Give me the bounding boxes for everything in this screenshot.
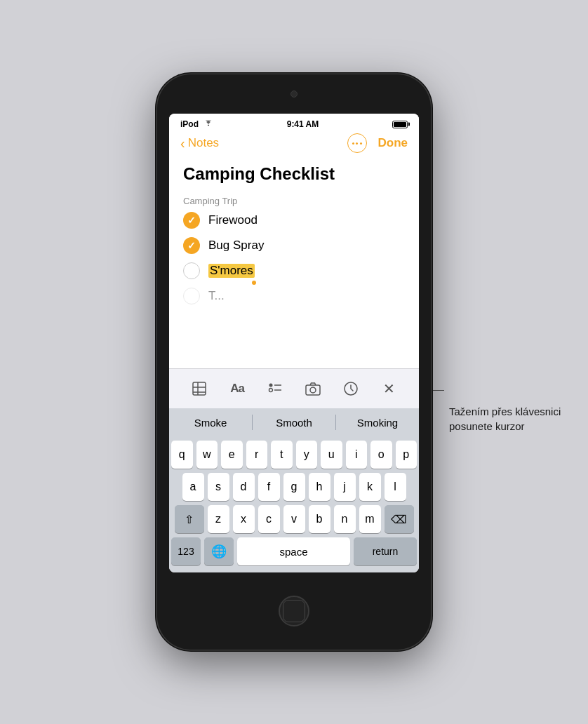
markup-button[interactable]	[338, 376, 363, 401]
checkbox-1[interactable]: ✓	[183, 212, 200, 229]
dot-1	[352, 142, 354, 145]
checklist-text-3[interactable]: S'mores	[208, 264, 255, 278]
key-g[interactable]: g	[283, 473, 305, 501]
checkbox-2[interactable]: ✓	[183, 237, 200, 254]
home-button-area	[279, 572, 309, 650]
checklist-item-4: T...	[183, 288, 405, 304]
chevron-left-icon: ‹	[180, 136, 185, 150]
svg-rect-8	[306, 385, 320, 395]
done-button[interactable]: Done	[378, 136, 408, 150]
key-r[interactable]: r	[246, 441, 268, 469]
wifi-icon	[203, 119, 213, 129]
key-numbers[interactable]: 123	[171, 537, 201, 565]
device-top-bar	[157, 74, 431, 114]
key-k[interactable]: k	[359, 473, 381, 501]
battery-fill	[394, 122, 406, 127]
more-dots	[352, 142, 362, 145]
key-j[interactable]: j	[334, 473, 356, 501]
status-bar: iPod 9:41 AM	[169, 114, 419, 132]
formatting-toolbar: Aa	[169, 368, 419, 408]
key-row-2: a s d f g h j k l	[171, 473, 417, 501]
key-t[interactable]: t	[271, 441, 293, 469]
key-shift[interactable]: ⇧	[175, 505, 204, 533]
key-delete[interactable]: ⌫	[385, 505, 414, 533]
key-e[interactable]: e	[221, 441, 243, 469]
key-emoji[interactable]: 🌐	[204, 537, 234, 565]
key-u[interactable]: u	[321, 441, 342, 469]
checklist-text-1[interactable]: Firewood	[208, 213, 258, 227]
device-name: iPod	[180, 119, 199, 129]
back-label: Notes	[188, 136, 219, 150]
ipod-device: iPod 9:41 AM	[157, 74, 431, 650]
key-f[interactable]: f	[258, 473, 280, 501]
key-row-3: ⇧ z x c v b n m ⌫	[171, 505, 417, 533]
checklist-item-2: ✓ Bug Spray	[183, 237, 405, 254]
key-row-4: 123 🌐 space return	[171, 537, 417, 565]
key-h[interactable]: h	[309, 473, 330, 501]
keyboard[interactable]: q w e r t y u i o p a s d f g	[169, 436, 419, 572]
home-button[interactable]	[279, 596, 309, 626]
checklist-item-3: S'mores	[183, 262, 405, 279]
key-c[interactable]: c	[258, 505, 280, 533]
autocorrect-2[interactable]: Smooth	[253, 417, 335, 429]
key-space[interactable]: space	[237, 537, 350, 565]
status-left: iPod	[180, 119, 213, 129]
key-i[interactable]: i	[346, 441, 368, 469]
key-b[interactable]: b	[309, 505, 330, 533]
svg-point-9	[310, 387, 316, 393]
key-d[interactable]: d	[233, 473, 255, 501]
camera-button[interactable]	[300, 376, 326, 401]
key-l[interactable]: l	[385, 473, 406, 501]
status-right	[392, 121, 408, 128]
nav-bar: ‹ Notes Done	[169, 132, 419, 159]
front-camera	[290, 90, 298, 98]
table-button[interactable]	[187, 376, 212, 401]
nav-actions: Done	[347, 133, 408, 153]
key-w[interactable]: w	[196, 441, 218, 469]
note-content: Camping Checklist Camping Trip ✓ Firewoo…	[169, 159, 419, 368]
format-button[interactable]: Aa	[225, 376, 250, 401]
dot-2	[356, 142, 358, 145]
key-row-1: q w e r t y u i o p	[171, 441, 417, 469]
back-button[interactable]: ‹ Notes	[180, 136, 219, 150]
checklist-text-2[interactable]: Bug Spray	[208, 239, 264, 253]
key-s[interactable]: s	[208, 473, 229, 501]
checklist-text-4[interactable]: T...	[208, 289, 225, 303]
key-m[interactable]: m	[359, 505, 381, 533]
screen: iPod 9:41 AM	[169, 114, 419, 572]
checkbox-3[interactable]	[183, 262, 200, 279]
key-return[interactable]: return	[354, 537, 417, 565]
key-y[interactable]: y	[296, 441, 318, 469]
key-p[interactable]: p	[396, 441, 417, 469]
key-v[interactable]: v	[283, 505, 305, 533]
status-time: 9:41 AM	[287, 119, 319, 129]
checkbox-4[interactable]	[183, 288, 200, 304]
autocorrect-1[interactable]: Smoke	[169, 417, 252, 429]
key-q[interactable]: q	[171, 441, 193, 469]
dot-3	[360, 142, 362, 145]
checkmark-1: ✓	[187, 215, 196, 226]
checklist-item-1: ✓ Firewood	[183, 212, 405, 229]
checklist-button[interactable]	[262, 376, 288, 401]
key-n[interactable]: n	[334, 505, 356, 533]
annotation-text: Tažením přes klávesnici posunete kurzor	[449, 404, 568, 434]
note-title[interactable]: Camping Checklist	[183, 164, 405, 185]
svg-rect-0	[193, 382, 206, 395]
key-a[interactable]: a	[182, 473, 204, 501]
autocorrect-bar: Smoke Smooth Smoking	[169, 408, 419, 436]
close-icon: ✕	[383, 380, 395, 397]
svg-point-6	[269, 389, 273, 392]
format-label: Aa	[230, 382, 244, 396]
more-button[interactable]	[347, 133, 367, 153]
home-button-inner	[283, 600, 305, 622]
battery-icon	[392, 121, 408, 128]
key-z[interactable]: z	[208, 505, 229, 533]
key-x[interactable]: x	[233, 505, 255, 533]
autocorrect-3[interactable]: Smoking	[336, 417, 419, 429]
svg-point-4	[269, 384, 273, 387]
scene: Tažením přes klávesnici posunete kurzor …	[0, 0, 588, 724]
key-o[interactable]: o	[370, 441, 392, 469]
close-toolbar-button[interactable]: ✕	[376, 376, 401, 401]
section-label: Camping Trip	[183, 196, 405, 206]
checkmark-2: ✓	[187, 240, 196, 251]
